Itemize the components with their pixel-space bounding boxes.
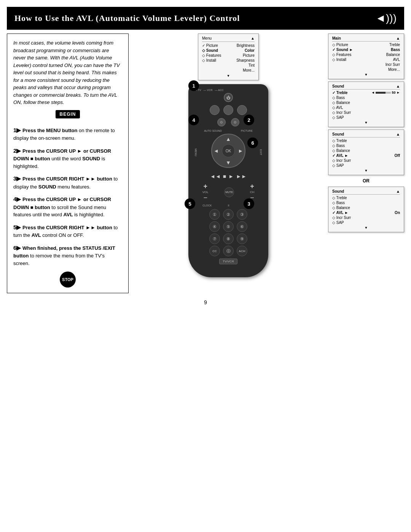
- ch-plus-button[interactable]: +: [250, 182, 254, 190]
- settings-icon-2[interactable]: ⊙: [231, 118, 239, 126]
- menu-label: MENU: [194, 149, 197, 157]
- right-panel: Main▲ ◇ PictureTreble ✓ Sound ►Bass ◇ Fe…: [328, 34, 404, 293]
- menu-row-selected: ✓ Sound ►Bass: [332, 47, 400, 52]
- step-overlay-4: 4: [188, 115, 199, 125]
- circle-button-1[interactable]: [210, 105, 220, 115]
- menu-row: ◇ AVL: [332, 105, 400, 110]
- menu-row: ◇ SAP: [332, 163, 400, 168]
- step-3: 3▶ Press the CURSOR RIGHT ►► button to d…: [13, 174, 122, 190]
- sound-label: Sound: [332, 132, 344, 136]
- settings-icon-1[interactable]: ⊙: [217, 118, 226, 126]
- rewind-button[interactable]: ◄◄: [210, 173, 221, 179]
- right-screen-3: Sound▲ ✓ Treble ◄ 50 ► ◇ Bass ◇ Balance …: [328, 81, 404, 127]
- menu-row: ◇ SAP: [332, 220, 400, 225]
- exit-label: EXIT: [260, 149, 262, 155]
- dpad-left-arrow[interactable]: ◄: [213, 148, 219, 154]
- circles-row: [194, 105, 262, 115]
- menu-row: ◇ SAP: [332, 115, 400, 120]
- step-overlay-6: 6: [247, 137, 258, 148]
- power-row: ⏻: [194, 93, 262, 102]
- menu-row: Tint: [202, 63, 255, 68]
- num-button-3[interactable]: ③: [237, 209, 247, 220]
- menu-row: ◇ Incr Surr: [332, 110, 400, 115]
- scroll-arrow: ▼: [332, 120, 400, 125]
- fastforward-button[interactable]: ►►: [236, 173, 247, 179]
- menu-row: ◇ Bass: [332, 200, 400, 205]
- menu-row: ◇ Treble: [332, 138, 400, 143]
- right-screen-5: Sound▲ ◇ Treble ◇ Bass ◇ Balance ✓ AVL ►…: [328, 187, 404, 232]
- tvvcr-button[interactable]: TV/VCR: [219, 259, 237, 264]
- right-screen-2: Main▲ ◇ PictureTreble ✓ Sound ►Bass ◇ Fe…: [328, 34, 404, 79]
- step-overlay-2: 2: [244, 115, 254, 125]
- dpad-right-arrow[interactable]: ►: [238, 148, 243, 154]
- step-5: 5▶ Press the CURSOR RIGHT ►► button to t…: [13, 223, 122, 239]
- right-screen-4-header: Sound▲: [332, 132, 400, 137]
- menu-row: ◇ Incr Surr: [332, 215, 400, 220]
- volume-icon: ◄))): [375, 12, 397, 24]
- circle-button-2[interactable]: [223, 105, 233, 115]
- center-right-area: Menu ▲ ✓ PictureBrightness ◇ SoundColor …: [132, 34, 404, 293]
- ii-label: II: [228, 204, 229, 207]
- right-screen-5-header: Sound▲: [332, 189, 400, 195]
- menu-row: ◇ InstallAVL: [332, 57, 400, 62]
- mute-button[interactable]: MUTE: [224, 187, 234, 197]
- menu-row: ◇ Incr Surr: [332, 158, 400, 163]
- menu-screen-1-header: Menu ▲: [202, 36, 255, 42]
- power-button[interactable]: ⏻: [224, 93, 233, 102]
- menu-screen-1: Menu ▲ ✓ PictureBrightness ◇ SoundColor …: [198, 34, 259, 80]
- dpad-up-arrow[interactable]: ▲: [226, 136, 231, 142]
- step-4: 4▶ Press the CURSOR UP ► or CURSOR DOWN …: [13, 195, 122, 219]
- volume-control: + VOL −: [202, 182, 209, 202]
- num-button-9[interactable]: ⑨: [237, 233, 247, 244]
- or-separator: OR: [328, 178, 404, 184]
- menu-row: ✓ PictureBrightness: [202, 43, 255, 48]
- stop-button[interactable]: ■: [223, 173, 226, 179]
- top-menu-screens: Menu ▲ ✓ PictureBrightness ◇ SoundColor …: [132, 34, 324, 80]
- acc-label: — ACC: [215, 89, 224, 91]
- remote-control: — TV — VCR — ACC ⏻: [188, 84, 268, 277]
- circle-button-3[interactable]: [237, 105, 247, 115]
- numpad: ① ② ③ ④ ⑤ ⑥ ⑦ ⑧ ⑨: [194, 209, 262, 256]
- dpad-down-arrow[interactable]: ▼: [226, 160, 231, 166]
- menu-row: ◇ Bass: [332, 143, 400, 148]
- scroll-arrow: ▼: [332, 168, 400, 173]
- num-button-7[interactable]: ⑦: [209, 233, 220, 244]
- sound-treble-label: Sound: [332, 84, 344, 88]
- menu-row: ◇ PictureTreble: [332, 42, 400, 47]
- begin-badge: BEGIN: [56, 110, 80, 118]
- function-labels-row: AUTO SOUND PICTURE: [194, 129, 262, 132]
- step-6: 6▶ When finished, press the STATUS /EXIT…: [13, 244, 122, 267]
- num-button-8[interactable]: ⑧: [223, 233, 234, 244]
- num-button-5[interactable]: ⑤: [223, 221, 234, 232]
- step-1: 1▶ Press the MENU button on the remote t…: [13, 126, 122, 142]
- picture-label: PICTURE: [241, 129, 253, 132]
- play-button[interactable]: ►: [228, 173, 234, 179]
- num-button-2[interactable]: ②: [223, 209, 234, 220]
- num-button-4[interactable]: ④: [209, 221, 220, 232]
- step-overlay-5: 5: [185, 198, 195, 209]
- left-instructions-panel: In most cases, the volume levels coming …: [7, 34, 129, 293]
- avl-off-row: ✓ AVL ►Off: [332, 153, 400, 158]
- vol-minus-button[interactable]: −: [203, 194, 207, 202]
- scroll-arrow: ▼: [202, 73, 255, 78]
- menu-row: ◇ Balance: [332, 205, 400, 210]
- cc-button[interactable]: CC: [209, 246, 220, 256]
- menu-row: ◇ Balance: [332, 100, 400, 105]
- menu-row: ◇ Bass: [332, 95, 400, 100]
- num-button-0[interactable]: ⓪: [223, 246, 234, 256]
- menu-row: More...: [202, 68, 255, 73]
- vol-plus-button[interactable]: +: [203, 182, 207, 190]
- num-button-1[interactable]: ①: [209, 209, 220, 220]
- source-labels: — TV — VCR — ACC: [194, 89, 262, 91]
- num-button-6[interactable]: ⑥: [237, 221, 247, 232]
- num-row-3: ⑦ ⑧ ⑨: [209, 233, 247, 244]
- menu-row: More...: [332, 67, 400, 72]
- scroll-arrow: ▼: [332, 225, 400, 230]
- dpad: ▲ ▼ ◄ ► OK: [211, 134, 245, 168]
- ach-button[interactable]: ACH: [237, 246, 247, 256]
- dpad-center[interactable]: OK: [222, 144, 235, 157]
- step-overlay-3: 3: [244, 198, 254, 209]
- menu-row-selected: ◇ SoundColor: [202, 48, 255, 53]
- page-header: How to Use the AVL (Automatic Volume Lev…: [7, 7, 404, 30]
- menu-row: ◇ InstallSharpness: [202, 58, 255, 63]
